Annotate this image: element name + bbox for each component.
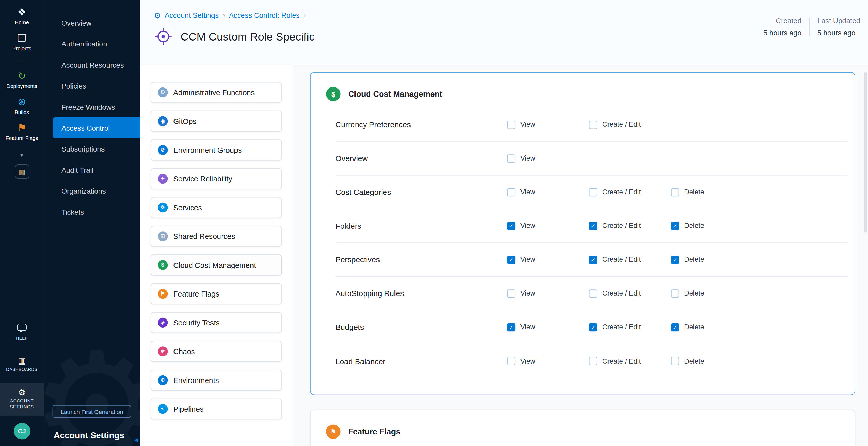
checkbox-delete[interactable] <box>671 188 679 196</box>
permission-label: Create / Edit <box>602 121 641 128</box>
permission-label: Create / Edit <box>602 188 641 196</box>
permission-view[interactable]: View <box>507 188 589 196</box>
permission-delete[interactable]: Delete <box>671 188 753 196</box>
sidebar-item-subscriptions[interactable]: Subscriptions <box>44 138 140 159</box>
permission-create-edit[interactable]: ✓Create / Edit <box>589 256 671 264</box>
permission-delete[interactable]: ✓Delete <box>671 222 753 230</box>
permission-create-edit[interactable]: Create / Edit <box>589 289 671 297</box>
permission-view[interactable]: View <box>507 357 589 365</box>
permission-label: Create / Edit <box>602 256 641 263</box>
resource-item-gitops[interactable]: ◉GitOps <box>151 111 282 132</box>
permission-delete[interactable]: Delete <box>671 357 753 365</box>
permission-row-load-balancer: Load BalancerViewCreate / EditDelete <box>335 344 847 378</box>
permission-delete[interactable]: ✓Delete <box>671 256 753 264</box>
permission-cells: ViewCreate / EditDelete <box>507 357 753 365</box>
permission-label: View <box>520 188 535 196</box>
rail-item-account-settings[interactable]: ⚙ ACCOUNT SETTINGS <box>0 383 43 416</box>
sidebar-collapse-icon[interactable]: ◀ <box>134 437 138 443</box>
rail-item-builds[interactable]: ⊛Builds <box>0 93 43 119</box>
permission-view[interactable]: View <box>507 154 589 162</box>
permission-create-edit[interactable]: Create / Edit <box>589 357 671 365</box>
resource-name: Folders <box>335 221 507 230</box>
rail-item-deployments[interactable]: ↻Deployments <box>0 67 43 93</box>
resource-item-label: Security Tests <box>173 318 220 327</box>
resource-item-environments[interactable]: ⊕Environments <box>151 370 282 390</box>
rail-item-feature-flags[interactable]: ⚑Feature Flags <box>0 119 43 145</box>
permission-create-edit[interactable]: Create / Edit <box>589 188 671 196</box>
checkbox-create-edit[interactable] <box>589 289 597 297</box>
checkbox-view[interactable] <box>507 120 515 129</box>
permission-view[interactable]: ✓View <box>507 256 589 264</box>
sidebar-item-freeze-windows[interactable]: Freeze Windows <box>44 96 140 117</box>
resource-item-security-tests[interactable]: ◈Security Tests <box>151 312 282 333</box>
gitops-icon: ◉ <box>158 116 168 126</box>
checkbox-delete[interactable] <box>671 289 679 297</box>
checkbox-create-edit[interactable] <box>589 188 597 196</box>
created-label: Created <box>764 17 801 25</box>
permission-create-edit[interactable]: Create / Edit <box>589 120 671 129</box>
rail-item-help[interactable]: HELP <box>0 321 43 344</box>
checkbox-create-edit[interactable]: ✓ <box>589 256 597 264</box>
resource-item-shared-resources[interactable]: ⊡Shared Resources <box>151 226 282 247</box>
chevron-down-icon[interactable]: ▾ <box>21 152 24 159</box>
resource-item-services[interactable]: ❖Services <box>151 197 282 218</box>
sidebar-item-tickets[interactable]: Tickets <box>44 201 140 222</box>
resource-item-cloud-cost-management[interactable]: $Cloud Cost Management <box>151 254 282 276</box>
permission-view[interactable]: ✓View <box>507 323 589 331</box>
rail-item-projects[interactable]: ❒Projects <box>0 29 43 56</box>
permission-row-cost-categories: Cost CategoriesViewCreate / EditDelete <box>335 176 847 209</box>
permission-view[interactable]: ✓View <box>507 222 589 230</box>
checkbox-create-edit[interactable]: ✓ <box>589 323 597 331</box>
checkbox-create-edit[interactable] <box>589 357 597 365</box>
page-title: CCM Custom Role Specific <box>181 30 315 43</box>
permission-delete[interactable]: ✓Delete <box>671 323 753 331</box>
gear-icon: ⚙ <box>18 388 26 396</box>
resource-item-label: Chaos <box>173 347 195 355</box>
checkbox-delete[interactable] <box>671 357 679 365</box>
sidebar-item-organizations[interactable]: Organizations <box>44 181 140 201</box>
breadcrumb-link-account-settings[interactable]: Account Settings <box>165 11 219 19</box>
permission-view[interactable]: View <box>507 120 589 129</box>
resource-item-pipelines[interactable]: ∿Pipelines <box>151 399 282 419</box>
sidebar-item-overview[interactable]: Overview <box>44 12 140 33</box>
checkbox-create-edit[interactable] <box>589 120 597 129</box>
created-value: 5 hours ago <box>764 29 801 37</box>
security-tests-shield-icon: ◈ <box>158 318 168 328</box>
module-grid-button[interactable]: ▦ <box>15 164 29 179</box>
checkbox-view[interactable]: ✓ <box>507 323 515 331</box>
breadcrumb-link-access-control-roles[interactable]: Access Control: Roles <box>229 11 300 19</box>
permission-delete[interactable]: Delete <box>671 289 753 297</box>
checkbox-view[interactable] <box>507 357 515 365</box>
checkbox-delete[interactable]: ✓ <box>671 323 679 331</box>
resource-item-environment-groups[interactable]: ⊚Environment Groups <box>151 139 282 160</box>
resource-item-feature-flags[interactable]: ⚑Feature Flags <box>151 283 282 304</box>
checkbox-delete[interactable]: ✓ <box>671 256 679 264</box>
rail-item-home[interactable]: ❖Home <box>0 3 43 29</box>
sidebar-item-authentication[interactable]: Authentication <box>44 33 140 54</box>
rail-item-dashboards[interactable]: ▦ DASHBOARDS <box>0 353 43 376</box>
environment-groups-icon: ⊚ <box>158 145 168 155</box>
permission-create-edit[interactable]: ✓Create / Edit <box>589 222 671 230</box>
permission-create-edit[interactable]: ✓Create / Edit <box>589 323 671 331</box>
permission-row-budgets: Budgets✓View✓Create / Edit✓Delete <box>335 311 847 344</box>
user-avatar[interactable]: CJ <box>14 423 30 439</box>
checkbox-create-edit[interactable]: ✓ <box>589 222 597 230</box>
permission-cells: ✓View✓Create / Edit✓Delete <box>507 323 753 331</box>
sidebar-item-audit-trail[interactable]: Audit Trail <box>44 160 140 181</box>
sidebar-item-access-control[interactable]: Access Control <box>53 118 140 138</box>
launch-first-generation-button[interactable]: Launch First Generation <box>53 405 131 418</box>
scrollbar-thumb[interactable] <box>864 72 867 232</box>
checkbox-view[interactable] <box>507 289 515 297</box>
resource-item-service-reliability[interactable]: ✦Service Reliability <box>151 168 282 189</box>
sidebar-item-account-resources[interactable]: Account Resources <box>44 54 140 75</box>
checkbox-view[interactable] <box>507 154 515 162</box>
checkbox-view[interactable]: ✓ <box>507 256 515 264</box>
sidebar-item-policies[interactable]: Policies <box>44 75 140 96</box>
checkbox-view[interactable] <box>507 188 515 196</box>
resource-item-administrative-functions[interactable]: ⚙Administrative Functions <box>151 82 282 103</box>
checkbox-delete[interactable]: ✓ <box>671 222 679 230</box>
resource-item-label: Environments <box>173 376 219 384</box>
resource-item-chaos[interactable]: ✾Chaos <box>151 341 282 362</box>
checkbox-view[interactable]: ✓ <box>507 222 515 230</box>
permission-view[interactable]: View <box>507 289 589 297</box>
